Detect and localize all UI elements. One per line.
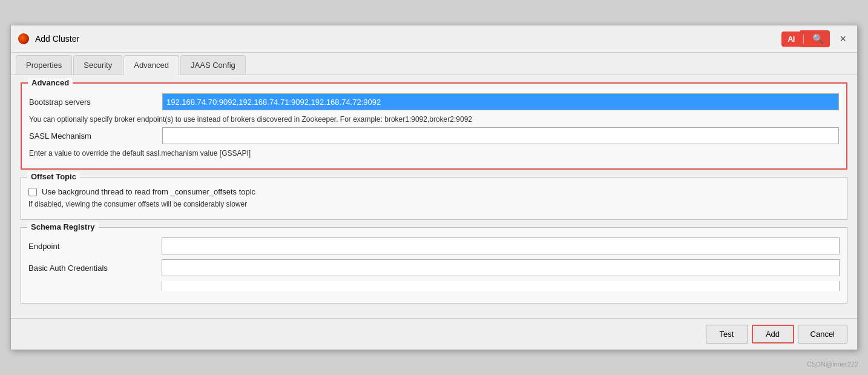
toolbar-divider: | (800, 30, 806, 47)
title-bar: Add Cluster AI | 🔍 × (11, 25, 857, 53)
offset-topic-hint: If disabled, viewing the consumer offset… (28, 200, 840, 208)
ai-icon: AI (787, 35, 794, 44)
add-cluster-dialog: Add Cluster AI | 🔍 × Properties Security… (10, 25, 858, 350)
sasl-mechanism-label: SASL Mechanism (29, 131, 162, 141)
endpoint-row: Endpoint (28, 237, 840, 254)
extra-schema-input[interactable] (162, 281, 840, 291)
background-thread-label: Use background thread to read from _cons… (42, 187, 255, 196)
bootstrap-servers-hint: You can optionally specify broker endpoi… (29, 115, 839, 124)
schema-registry-section-title: Schema Registry (27, 222, 99, 231)
advanced-section: Advanced Bootstrap servers You can optio… (21, 82, 847, 170)
ai-toolbar-button[interactable]: AI (781, 32, 800, 47)
offset-topic-section-title: Offset Topic (27, 172, 80, 181)
add-button[interactable]: Add (752, 325, 794, 343)
background-thread-checkbox[interactable] (28, 188, 37, 196)
bootstrap-servers-row: Bootstrap servers (29, 93, 839, 110)
content-area: Advanced Bootstrap servers You can optio… (11, 75, 857, 318)
sasl-mechanism-input[interactable] (162, 127, 839, 144)
footer: Test Add Cancel (11, 318, 857, 350)
search-toolbar-button[interactable]: 🔍 (806, 30, 830, 47)
extra-schema-row (28, 281, 840, 291)
bootstrap-servers-input[interactable] (162, 93, 839, 110)
tab-properties[interactable]: Properties (16, 55, 72, 75)
background-thread-row: Use background thread to read from _cons… (28, 187, 840, 196)
test-button[interactable]: Test (706, 325, 748, 343)
schema-registry-section: Schema Registry Endpoint Basic Auth Cred… (21, 227, 847, 304)
tab-advanced[interactable]: Advanced (123, 55, 179, 75)
cancel-button[interactable]: Cancel (798, 325, 847, 343)
tab-security[interactable]: Security (73, 55, 122, 75)
basic-auth-input[interactable] (162, 259, 840, 276)
watermark: CSDN@inner222 (807, 360, 858, 368)
dialog-title: Add Cluster (35, 34, 771, 44)
app-icon (18, 33, 29, 44)
basic-auth-label: Basic Auth Credentials (28, 264, 162, 273)
sasl-mechanism-hint: Enter a value to override the default sa… (29, 149, 839, 158)
toolbar: AI | 🔍 (781, 30, 830, 47)
close-button[interactable]: × (836, 32, 850, 47)
search-icon: 🔍 (812, 33, 824, 44)
tab-bar: Properties Security Advanced JAAS Config (11, 53, 857, 75)
tab-jaas-config[interactable]: JAAS Config (180, 55, 246, 75)
offset-topic-section: Offset Topic Use background thread to re… (21, 177, 847, 220)
endpoint-input[interactable] (162, 237, 840, 254)
sasl-mechanism-row: SASL Mechanism (29, 127, 839, 144)
basic-auth-row: Basic Auth Credentials (28, 259, 840, 276)
endpoint-label: Endpoint (28, 242, 162, 251)
bootstrap-servers-label: Bootstrap servers (29, 98, 162, 107)
advanced-section-title: Advanced (28, 78, 73, 87)
